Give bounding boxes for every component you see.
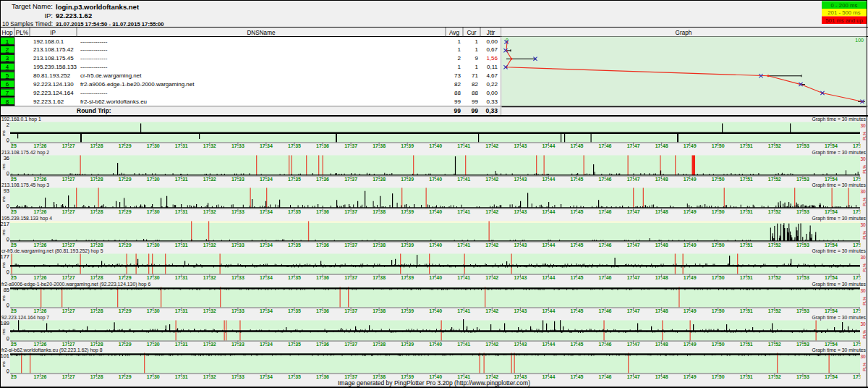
svg-text:17:51: 17:51 [740, 275, 753, 280]
svg-text:17:50: 17:50 [712, 308, 725, 313]
svg-text:--------------: -------------- [80, 90, 108, 96]
svg-text:17:34: 17:34 [260, 177, 273, 182]
svg-text:177: 177 [0, 253, 9, 260]
svg-text:17:53: 17:53 [796, 342, 809, 347]
svg-text:1: 1 [6, 38, 9, 45]
svg-text:17:46: 17:46 [599, 275, 612, 280]
svg-text:17:46: 17:46 [599, 308, 612, 313]
svg-text:1: 1 [475, 38, 479, 45]
svg-text:101: 101 [0, 353, 9, 359]
svg-text:92.223.1.62: 92.223.1.62 [56, 12, 92, 20]
svg-text:17:48: 17:48 [655, 242, 668, 248]
svg-text:ms: ms [1, 361, 6, 367]
svg-text:17:32: 17:32 [203, 374, 216, 379]
svg-text:5: 5 [6, 72, 9, 79]
svg-text:17:40: 17:40 [429, 143, 442, 148]
svg-text:17:27: 17:27 [62, 143, 75, 148]
svg-text:17:54: 17:54 [825, 374, 838, 379]
svg-text:2: 2 [7, 122, 9, 128]
svg-text:17:54: 17:54 [825, 143, 838, 148]
svg-text:99: 99 [454, 107, 461, 114]
svg-text:31.07.2015 17:54:50 - 31.07.20: 31.07.2015 17:54:50 - 31.07.2015 17:55:0… [56, 21, 164, 28]
svg-text:17:41: 17:41 [457, 209, 470, 214]
svg-text:17:51: 17:51 [740, 209, 753, 214]
svg-text:0,00: 0,00 [486, 90, 498, 96]
svg-text:PL%: PL% [862, 363, 867, 371]
svg-text:17:30: 17:30 [147, 308, 160, 313]
svg-text:0 - 200 ms: 0 - 200 ms [831, 2, 858, 9]
svg-text:192.168.0.1: 192.168.0.1 [33, 38, 64, 45]
svg-text:PL%: PL% [862, 330, 867, 339]
svg-text:17:43: 17:43 [514, 242, 527, 248]
svg-text:17:36: 17:36 [316, 177, 329, 182]
svg-text:17:33: 17:33 [231, 177, 244, 182]
svg-text:30: 30 [861, 222, 867, 227]
svg-text:17:35: 17:35 [288, 275, 301, 280]
svg-text:17:29: 17:29 [119, 209, 132, 214]
svg-text:1: 1 [475, 64, 479, 70]
svg-text:17:48: 17:48 [655, 342, 668, 347]
svg-text:17:47: 17:47 [627, 342, 640, 347]
svg-text:PL%: PL% [862, 263, 867, 272]
svg-text:4: 4 [6, 64, 9, 70]
svg-text:17:31: 17:31 [175, 275, 188, 280]
svg-text:17:53: 17:53 [796, 275, 809, 280]
svg-text:17:34: 17:34 [260, 342, 273, 347]
svg-text:Graph time = 30 minutes: Graph time = 30 minutes [812, 282, 866, 287]
svg-text:ms: ms [1, 130, 6, 136]
svg-text:17:47: 17:47 [627, 209, 640, 214]
svg-text:17:52: 17:52 [768, 242, 781, 248]
svg-text:17:37: 17:37 [344, 275, 357, 280]
svg-text:17:32: 17:32 [203, 342, 216, 347]
svg-text:17:28: 17:28 [90, 275, 103, 280]
svg-text:IP: IP [50, 30, 56, 36]
svg-text:17:44: 17:44 [542, 308, 555, 313]
svg-text:17:36: 17:36 [316, 143, 329, 148]
svg-text:0,33: 0,33 [485, 107, 498, 114]
svg-text:17:49: 17:49 [684, 342, 697, 347]
svg-text:17:38: 17:38 [373, 308, 386, 313]
svg-text:fr2-a9006-edge-1-be20-2000.war: fr2-a9006-edge-1-be20-2000.wargaming.net [80, 81, 195, 88]
svg-text:17:26: 17:26 [34, 374, 47, 379]
svg-text:17:31: 17:31 [175, 308, 188, 313]
svg-text:17:43: 17:43 [514, 275, 527, 280]
svg-text:501 ms and up: 501 ms and up [825, 17, 863, 24]
svg-text:17:29: 17:29 [119, 308, 132, 313]
svg-text:17:28: 17:28 [90, 308, 103, 313]
svg-text:17:37: 17:37 [344, 342, 357, 347]
svg-text:17:39: 17:39 [401, 242, 414, 248]
svg-text:25: 25 [11, 209, 17, 214]
svg-text:17:26: 17:26 [34, 275, 47, 280]
svg-text:25: 25 [11, 308, 17, 313]
svg-text:17:31: 17:31 [175, 143, 188, 148]
svg-text:Hop: Hop [1, 30, 12, 36]
svg-text:17:28: 17:28 [90, 143, 103, 148]
svg-text:1: 1 [475, 46, 479, 53]
svg-text:17:28: 17:28 [90, 177, 103, 182]
svg-text:17:42: 17:42 [485, 342, 498, 347]
svg-text:17:30: 17:30 [147, 275, 160, 280]
svg-text:17:38: 17:38 [373, 275, 386, 280]
svg-text:PL%: PL% [862, 231, 867, 240]
svg-text:17:30: 17:30 [147, 143, 160, 148]
svg-text:17:48: 17:48 [655, 209, 668, 214]
svg-text:17:44: 17:44 [542, 374, 555, 379]
svg-text:17:51: 17:51 [740, 177, 753, 182]
svg-text:17:32: 17:32 [203, 177, 216, 182]
svg-text:17:26: 17:26 [34, 308, 47, 313]
svg-text:17:26: 17:26 [34, 143, 47, 148]
svg-text:PL%: PL% [862, 132, 867, 140]
svg-text:17:54: 17:54 [825, 308, 838, 313]
svg-text:17:52: 17:52 [768, 177, 781, 182]
svg-text:17:41: 17:41 [457, 143, 470, 148]
svg-text:93: 93 [4, 187, 9, 194]
svg-text:17:45: 17:45 [571, 374, 584, 379]
svg-text:17:47: 17:47 [627, 275, 640, 280]
svg-text:17:32: 17:32 [203, 275, 216, 280]
svg-text:17:38: 17:38 [373, 242, 386, 248]
svg-text:92.223.124.130: 92.223.124.130 [33, 81, 74, 88]
svg-text:17:41: 17:41 [457, 374, 470, 379]
svg-text:17:46: 17:46 [599, 374, 612, 379]
svg-text:0,33: 0,33 [486, 98, 498, 105]
svg-text:92.223.124.164: 92.223.124.164 [33, 90, 74, 96]
